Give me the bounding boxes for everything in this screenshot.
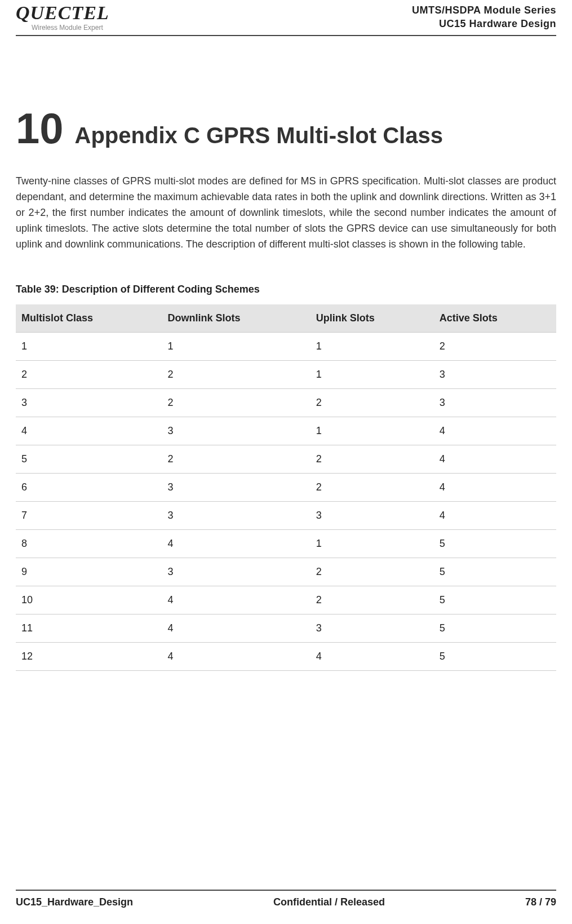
- table-cell: 3: [434, 389, 556, 417]
- table-cell: 3: [162, 558, 311, 586]
- table-cell: 3: [311, 614, 434, 643]
- table-cell: 4: [162, 643, 311, 671]
- table-caption: Table 39: Description of Different Codin…: [16, 284, 556, 295]
- table-cell: 2: [162, 389, 311, 417]
- table-cell: 8: [16, 530, 162, 558]
- footer-right: 78 / 79: [525, 896, 556, 908]
- table-cell: 6: [16, 474, 162, 502]
- chapter-number: 10: [16, 104, 64, 153]
- table-cell: 5: [434, 643, 556, 671]
- table-header-row: Multislot Class Downlink Slots Uplink Sl…: [16, 304, 556, 333]
- header-line1: UMTS/HSDPA Module Series: [412, 3, 556, 17]
- table-cell: 1: [311, 333, 434, 361]
- table-cell: 11: [16, 614, 162, 643]
- logo-word: QUECTEL: [16, 3, 109, 23]
- table-cell: 12: [16, 643, 162, 671]
- table-row: 8415: [16, 530, 556, 558]
- table-cell: 1: [311, 361, 434, 389]
- table-cell: 4: [16, 417, 162, 445]
- table-row: 2213: [16, 361, 556, 389]
- th-downlink-slots: Downlink Slots: [162, 304, 311, 333]
- table-cell: 3: [311, 502, 434, 530]
- table-cell: 5: [434, 558, 556, 586]
- table-cell: 4: [162, 530, 311, 558]
- table-cell: 7: [16, 502, 162, 530]
- page-footer: UC15_Hardware_Design Confidential / Rele…: [16, 890, 556, 908]
- table-row: 7334: [16, 502, 556, 530]
- table-cell: 1: [311, 417, 434, 445]
- table-row: 11435: [16, 614, 556, 643]
- table-cell: 5: [16, 445, 162, 474]
- table-cell: 4: [434, 445, 556, 474]
- multislot-table: Multislot Class Downlink Slots Uplink Sl…: [16, 304, 556, 671]
- table-cell: 1: [16, 333, 162, 361]
- table-cell: 4: [434, 502, 556, 530]
- table-cell: 4: [311, 643, 434, 671]
- table-cell: 4: [162, 586, 311, 614]
- table-cell: 5: [434, 586, 556, 614]
- page-header: QUECTEL Wireless Module Expert UMTS/HSDP…: [16, 0, 556, 36]
- table-cell: 2: [162, 445, 311, 474]
- footer-center: Confidential / Released: [273, 896, 385, 908]
- table-cell: 1: [311, 530, 434, 558]
- table-cell: 10: [16, 586, 162, 614]
- th-multislot-class: Multislot Class: [16, 304, 162, 333]
- th-uplink-slots: Uplink Slots: [311, 304, 434, 333]
- table-row: 6324: [16, 474, 556, 502]
- table-row: 4314: [16, 417, 556, 445]
- table-cell: 2: [16, 361, 162, 389]
- table-cell: 3: [162, 417, 311, 445]
- table-cell: 2: [162, 361, 311, 389]
- footer-left: UC15_Hardware_Design: [16, 896, 133, 908]
- header-right: UMTS/HSDPA Module Series UC15 Hardware D…: [412, 3, 556, 30]
- table-cell: 2: [311, 389, 434, 417]
- chapter-title: Appendix C GPRS Multi-slot Class: [75, 123, 443, 148]
- intro-paragraph: Twenty-nine classes of GPRS multi-slot m…: [16, 173, 556, 252]
- table-cell: 2: [311, 558, 434, 586]
- table-cell: 4: [434, 417, 556, 445]
- table-row: 5224: [16, 445, 556, 474]
- table-cell: 5: [434, 614, 556, 643]
- table-row: 1112: [16, 333, 556, 361]
- header-line2: UC15 Hardware Design: [412, 17, 556, 30]
- table-cell: 9: [16, 558, 162, 586]
- table-row: 12445: [16, 643, 556, 671]
- table-row: 3223: [16, 389, 556, 417]
- logo: QUECTEL Wireless Module Expert: [16, 3, 109, 32]
- table-cell: 5: [434, 530, 556, 558]
- table-cell: 3: [162, 474, 311, 502]
- table-cell: 2: [311, 474, 434, 502]
- table-cell: 2: [434, 333, 556, 361]
- table-cell: 3: [16, 389, 162, 417]
- table-cell: 4: [162, 614, 311, 643]
- table-cell: 4: [434, 474, 556, 502]
- table-cell: 3: [162, 502, 311, 530]
- logo-subtitle: Wireless Module Expert: [32, 24, 109, 32]
- table-row: 9325: [16, 558, 556, 586]
- table-cell: 1: [162, 333, 311, 361]
- table-cell: 2: [311, 586, 434, 614]
- th-active-slots: Active Slots: [434, 304, 556, 333]
- chapter-heading: 10 Appendix C GPRS Multi-slot Class: [16, 104, 556, 153]
- table-cell: 3: [434, 361, 556, 389]
- table-cell: 2: [311, 445, 434, 474]
- table-row: 10425: [16, 586, 556, 614]
